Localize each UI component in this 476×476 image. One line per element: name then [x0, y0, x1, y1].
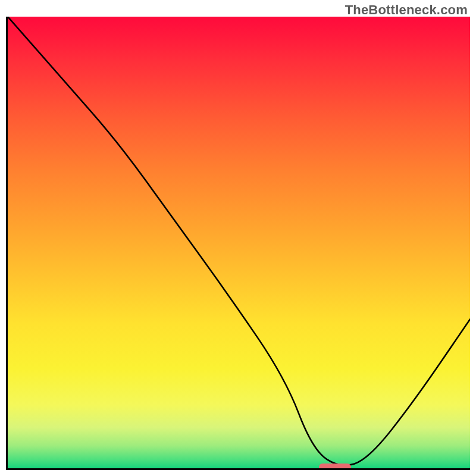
bottleneck-curve: [8, 17, 470, 468]
watermark-text: TheBottleneck.com: [345, 2, 468, 18]
plot-area: [6, 17, 470, 470]
curve-path: [8, 17, 470, 465]
optimum-marker: [319, 464, 352, 470]
